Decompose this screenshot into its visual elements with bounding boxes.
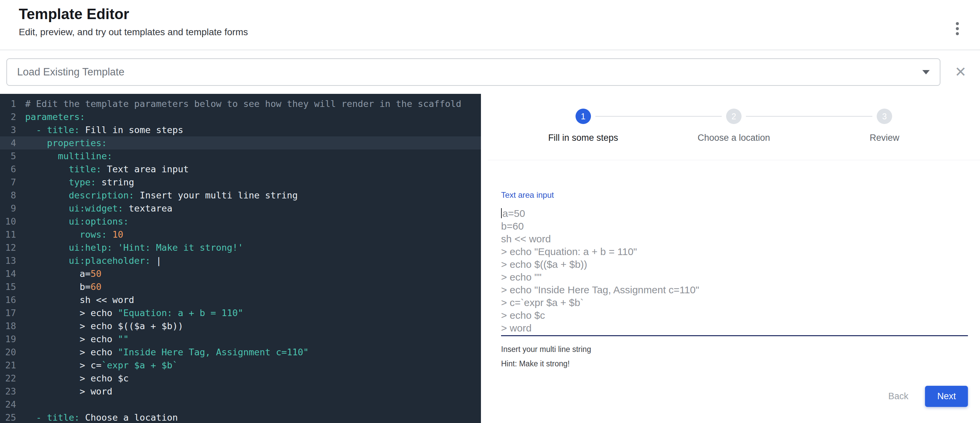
textarea-placeholder-line: > word bbox=[501, 322, 968, 334]
line-number: 11 bbox=[0, 228, 16, 241]
code-line-2[interactable]: 2parameters: bbox=[0, 110, 481, 124]
line-number: 12 bbox=[0, 241, 16, 254]
stepper-step-1: 1Fill in some steps bbox=[508, 109, 659, 143]
code-text: a=50 bbox=[25, 267, 102, 280]
kebab-dot bbox=[956, 22, 959, 25]
next-button[interactable]: Next bbox=[925, 386, 968, 407]
code-line-6[interactable]: 6 title: Text area input bbox=[0, 163, 481, 176]
code-line-4[interactable]: 4 properties: bbox=[0, 136, 481, 149]
code-text: ui:placeholder: | bbox=[25, 254, 161, 267]
code-text: multiline: bbox=[25, 149, 112, 163]
page-title: Template Editor bbox=[19, 6, 248, 22]
code-line-17[interactable]: 17 > echo "Equation: a + b = 110" bbox=[0, 306, 481, 319]
chevron-down-icon bbox=[922, 70, 930, 74]
form-actions: Back Next bbox=[501, 386, 968, 407]
stepper-step-3: 3Review bbox=[809, 109, 960, 143]
load-template-placeholder: Load Existing Template bbox=[17, 66, 124, 78]
code-line-13[interactable]: 13 ui:placeholder: | bbox=[0, 254, 481, 267]
code-line-18[interactable]: 18 > echo $(($a + $b)) bbox=[0, 319, 481, 333]
kebab-dot bbox=[956, 27, 959, 30]
code-line-16[interactable]: 16 sh << word bbox=[0, 293, 481, 306]
line-number: 23 bbox=[0, 385, 16, 398]
code-line-3[interactable]: 3 - title: Fill in some steps bbox=[0, 124, 481, 136]
stepper: 1Fill in some steps2Choose a location3Re… bbox=[488, 94, 980, 143]
code-line-10[interactable]: 10 ui:options: bbox=[0, 215, 481, 228]
line-number: 17 bbox=[0, 306, 16, 319]
line-number: 24 bbox=[0, 398, 16, 411]
code-line-21[interactable]: 21 > c=`expr $a + $b` bbox=[0, 359, 481, 372]
code-line-25[interactable]: 25 - title: Choose a location bbox=[0, 411, 481, 423]
code-line-19[interactable]: 19 > echo "" bbox=[0, 333, 481, 345]
line-number: 25 bbox=[0, 411, 16, 423]
line-number: 7 bbox=[0, 176, 16, 189]
code-text: ui:options: bbox=[25, 215, 129, 228]
header-text: Template Editor Edit, preview, and try o… bbox=[19, 6, 248, 50]
code-line-15[interactable]: 15 b=60 bbox=[0, 280, 481, 293]
code-text: - title: Choose a location bbox=[25, 411, 178, 423]
step-circle-1: 1 bbox=[576, 109, 591, 124]
line-number: 20 bbox=[0, 345, 16, 359]
close-icon[interactable]: ✕ bbox=[950, 62, 970, 82]
textarea-placeholder-line: > echo $(($a + $b)) bbox=[501, 258, 968, 271]
line-number: 14 bbox=[0, 267, 16, 280]
code-line-7[interactable]: 7 type: string bbox=[0, 176, 481, 189]
code-line-9[interactable]: 9 ui:widget: textarea bbox=[0, 202, 481, 215]
step-label-3: Review bbox=[870, 133, 899, 143]
textarea-placeholder-line: a=50 bbox=[501, 207, 968, 220]
code-text: > echo "Equation: a + b = 110" bbox=[25, 306, 243, 319]
code-text: > echo "" bbox=[25, 333, 129, 345]
code-line-24[interactable]: 24 bbox=[0, 398, 481, 411]
editor-scrollbar[interactable] bbox=[481, 94, 488, 423]
line-number: 2 bbox=[0, 110, 16, 124]
code-line-5[interactable]: 5 multiline: bbox=[0, 149, 481, 163]
code-text: sh << word bbox=[25, 293, 134, 306]
template-preview-panel: 1Fill in some steps2Choose a location3Re… bbox=[488, 94, 980, 423]
code-line-8[interactable]: 8 description: Insert your multi line st… bbox=[0, 189, 481, 202]
code-line-22[interactable]: 22 > echo $c bbox=[0, 372, 481, 385]
line-number: 21 bbox=[0, 359, 16, 372]
code-text: > echo $c bbox=[25, 372, 129, 385]
stepper-step-2: 2Choose a location bbox=[659, 109, 809, 143]
textarea-placeholder-line: b=60 bbox=[501, 220, 968, 233]
code-text: ui:help: 'Hint: Make it strong!' bbox=[25, 241, 243, 254]
step-form: Text area input a=50b=60sh << word> echo… bbox=[488, 160, 980, 423]
code-text: title: Text area input bbox=[25, 163, 189, 176]
load-template-select[interactable]: Load Existing Template bbox=[6, 58, 940, 86]
line-number: 3 bbox=[0, 124, 16, 136]
code-text: type: string bbox=[25, 176, 134, 189]
code-line-1[interactable]: 1# Edit the template parameters below to… bbox=[0, 97, 481, 110]
multiline-textarea[interactable]: a=50b=60sh << word> echo "Equation: a + … bbox=[501, 207, 968, 334]
template-yaml-editor[interactable]: 1# Edit the template parameters below to… bbox=[0, 94, 481, 423]
field-label: Text area input bbox=[501, 190, 968, 200]
code-text: > echo $(($a + $b)) bbox=[25, 319, 183, 333]
code-line-12[interactable]: 12 ui:help: 'Hint: Make it strong!' bbox=[0, 241, 481, 254]
step-label-1: Fill in some steps bbox=[548, 133, 618, 143]
more-options-icon[interactable] bbox=[955, 22, 960, 50]
code-line-20[interactable]: 20 > echo "Inside Here Tag, Assignment c… bbox=[0, 345, 481, 359]
step-circle-3: 3 bbox=[877, 109, 892, 124]
page-header: Template Editor Edit, preview, and try o… bbox=[0, 0, 980, 50]
line-number: 9 bbox=[0, 202, 16, 215]
code-line-11[interactable]: 11 rows: 10 bbox=[0, 228, 481, 241]
code-text: b=60 bbox=[25, 280, 102, 293]
code-text: properties: bbox=[25, 136, 107, 149]
textarea-placeholder-line: > echo $c bbox=[501, 309, 968, 322]
code-line-14[interactable]: 14 a=50 bbox=[0, 267, 481, 280]
textarea-placeholder-line: > echo "" bbox=[501, 271, 968, 284]
back-button[interactable]: Back bbox=[880, 386, 917, 407]
field-description: Insert your multi line string bbox=[501, 345, 968, 354]
line-number: 15 bbox=[0, 280, 16, 293]
line-number: 8 bbox=[0, 189, 16, 202]
step-label-2: Choose a location bbox=[698, 133, 770, 143]
field-help-text: Hint: Make it strong! bbox=[501, 359, 968, 368]
code-line-23[interactable]: 23 > word bbox=[0, 385, 481, 398]
textarea-placeholder-line: > echo "Equation: a + b = 110" bbox=[501, 246, 968, 258]
textarea-placeholder-line: sh << word bbox=[501, 233, 968, 246]
line-number: 13 bbox=[0, 254, 16, 267]
line-number: 22 bbox=[0, 372, 16, 385]
textarea-placeholder-line: > c=`expr $a + $b` bbox=[501, 296, 968, 309]
code-text: # Edit the template parameters below to … bbox=[25, 97, 461, 110]
stepper-connector bbox=[595, 116, 722, 117]
line-number: 5 bbox=[0, 149, 16, 163]
line-number: 4 bbox=[0, 136, 16, 149]
